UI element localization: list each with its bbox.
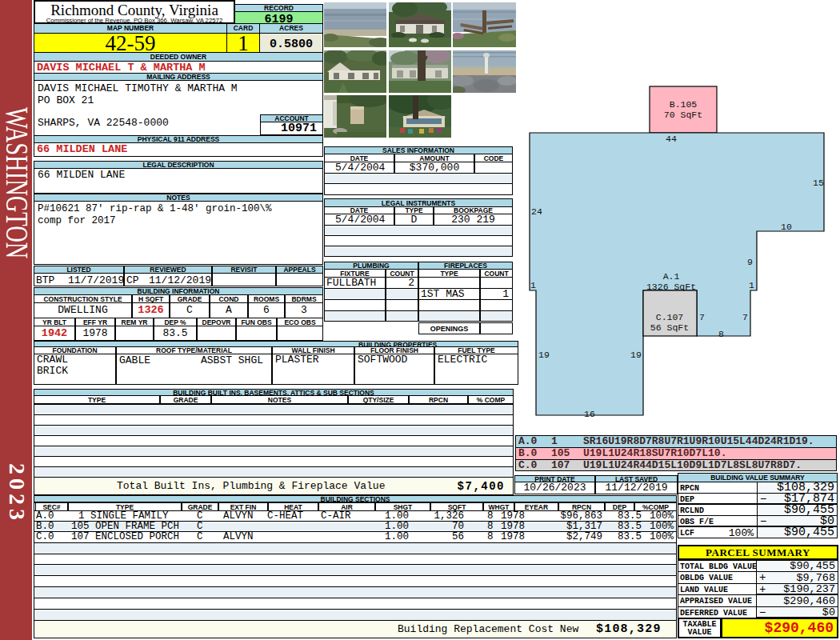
svg-text:1: 1 [530, 280, 536, 290]
svg-text:16: 16 [584, 409, 595, 419]
svg-text:70 SqFt: 70 SqFt [664, 110, 702, 120]
svg-text:1326 SqFt: 1326 SqFt [646, 282, 696, 292]
svg-text:A.1: A.1 [663, 271, 680, 282]
svg-text:7: 7 [699, 312, 705, 322]
svg-text:9: 9 [747, 257, 753, 267]
svg-text:24: 24 [531, 206, 542, 217]
svg-text:8: 8 [718, 329, 724, 339]
svg-text:19: 19 [630, 350, 642, 360]
svg-text:44: 44 [666, 134, 677, 144]
svg-text:10: 10 [781, 222, 792, 232]
svg-text:15: 15 [813, 178, 824, 188]
svg-text:19: 19 [538, 350, 550, 360]
svg-text:7: 7 [742, 312, 748, 322]
svg-text:C.107: C.107 [656, 312, 684, 322]
svg-text:56 SqFt: 56 SqFt [650, 322, 689, 333]
svg-text:1: 1 [749, 280, 754, 290]
svg-text:B.105: B.105 [670, 99, 698, 110]
